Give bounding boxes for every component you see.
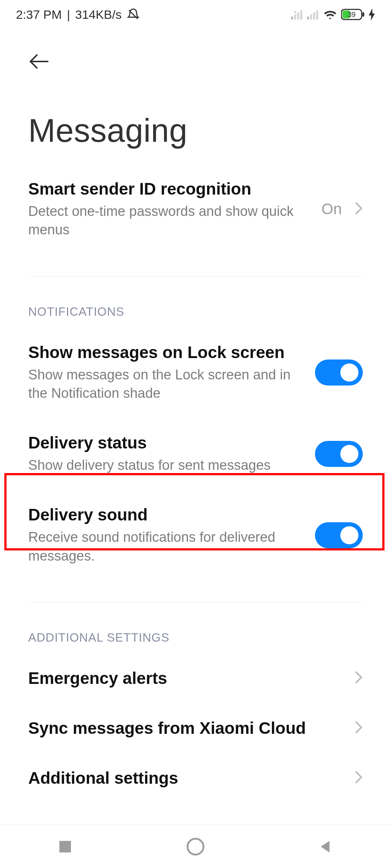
svg-rect-7 xyxy=(316,10,318,20)
row-sync-xiaomi-cloud[interactable]: Sync messages from Xiaomi Cloud xyxy=(0,703,391,753)
status-bar: 2:37 PM | 314KB/s xyxy=(0,0,391,29)
status-separator: | xyxy=(67,8,70,22)
wifi-icon xyxy=(323,9,337,20)
battery-percent: 39 xyxy=(341,10,362,19)
system-nav-bar xyxy=(0,825,391,868)
row-delivery-sound[interactable]: Delivery sound Receive sound notificatio… xyxy=(0,490,391,580)
section-header-additional: ADDITIONAL SETTINGS xyxy=(0,603,391,653)
back-arrow-icon xyxy=(29,54,49,69)
status-right: 39 xyxy=(291,8,375,21)
row-value: On xyxy=(321,200,342,218)
chevron-right-icon xyxy=(355,202,363,216)
toggle-lock-screen[interactable] xyxy=(315,359,363,386)
svg-rect-10 xyxy=(362,12,364,17)
svg-rect-0 xyxy=(291,17,293,20)
svg-marker-14 xyxy=(321,841,329,852)
toggle-delivery-status[interactable] xyxy=(315,441,363,467)
svg-rect-1 xyxy=(294,14,297,20)
row-delivery-status[interactable]: Delivery status Show delivery status for… xyxy=(0,418,391,490)
row-title: Sync messages from Xiaomi Cloud xyxy=(28,718,344,738)
settings-list: Smart sender ID recognition Detect one-t… xyxy=(0,164,391,803)
dnd-icon xyxy=(127,8,140,21)
row-smart-sender-id[interactable]: Smart sender ID recognition Detect one-t… xyxy=(0,164,391,255)
nav-back-button[interactable] xyxy=(290,825,362,868)
svg-rect-3 xyxy=(300,10,302,20)
signal-1-icon xyxy=(291,9,303,20)
back-button[interactable] xyxy=(28,51,50,72)
nav-home-button[interactable] xyxy=(159,825,232,868)
section-header-notifications: NOTIFICATIONS xyxy=(0,277,391,327)
signal-2-icon xyxy=(307,9,319,20)
triangle-left-icon xyxy=(319,839,333,854)
row-additional-settings[interactable]: Additional settings xyxy=(0,753,391,803)
row-subtitle: Show delivery status for sent messages xyxy=(28,456,304,475)
status-left: 2:37 PM | 314KB/s xyxy=(16,8,140,22)
row-lock-screen[interactable]: Show messages on Lock screen Show messag… xyxy=(0,327,391,418)
battery-icon: 39 xyxy=(341,8,365,21)
row-title: Additional settings xyxy=(28,768,344,788)
svg-point-13 xyxy=(188,839,203,855)
toggle-delivery-sound[interactable] xyxy=(315,522,363,548)
status-network-speed: 314KB/s xyxy=(75,8,122,22)
app-bar xyxy=(0,29,391,83)
row-emergency-alerts[interactable]: Emergency alerts xyxy=(0,653,391,703)
svg-rect-12 xyxy=(59,841,71,852)
svg-rect-6 xyxy=(313,12,315,20)
svg-rect-4 xyxy=(307,17,309,20)
chevron-right-icon xyxy=(355,721,363,735)
page-title: Messaging xyxy=(0,83,391,164)
svg-rect-5 xyxy=(310,14,312,20)
square-icon xyxy=(58,839,72,854)
row-title: Delivery sound xyxy=(28,505,304,524)
chevron-right-icon xyxy=(355,671,363,685)
chevron-right-icon xyxy=(355,771,363,785)
status-time: 2:37 PM xyxy=(16,8,62,22)
row-subtitle: Show messages on the Lock screen and in … xyxy=(28,366,304,403)
nav-recent-button[interactable] xyxy=(29,825,101,868)
row-subtitle: Receive sound notifications for delivere… xyxy=(28,528,304,565)
row-subtitle: Detect one-time passwords and show quick… xyxy=(28,202,311,239)
circle-icon xyxy=(186,837,205,856)
row-title: Smart sender ID recognition xyxy=(28,179,311,199)
charging-icon xyxy=(369,8,375,21)
row-title: Emergency alerts xyxy=(28,668,344,688)
row-title: Delivery status xyxy=(28,433,304,452)
svg-rect-2 xyxy=(297,12,299,20)
row-title: Show messages on Lock screen xyxy=(28,342,304,362)
